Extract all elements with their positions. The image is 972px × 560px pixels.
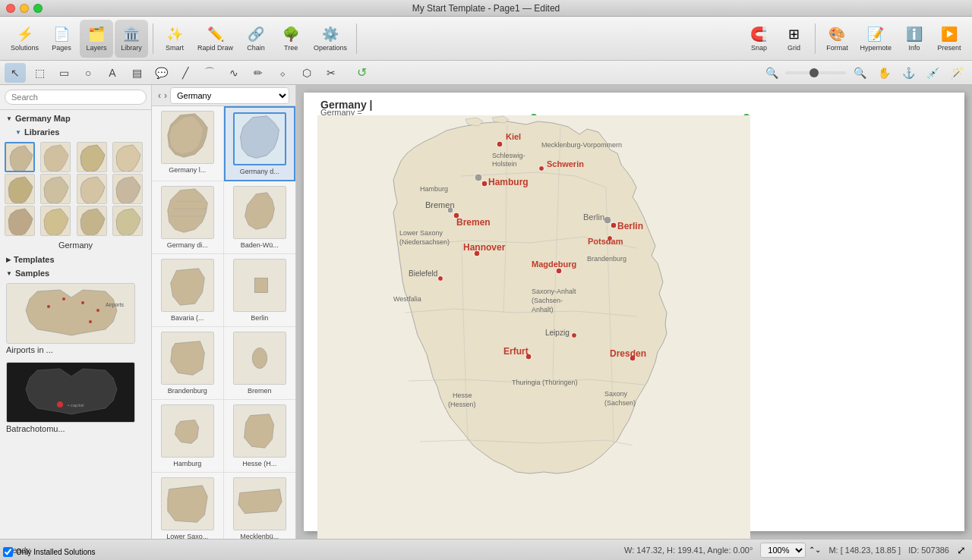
solutions-label: Solutions [11, 44, 39, 52]
pages-button[interactable]: 📄 Pages [45, 20, 78, 58]
zoom-out-btn[interactable]: 🔍 [761, 63, 782, 83]
library-breadcrumb[interactable]: Germany [170, 87, 289, 104]
close-button[interactable] [6, 4, 15, 13]
pencil-tool[interactable]: ✏ [248, 63, 269, 83]
circle-tool[interactable]: ○ [77, 63, 99, 83]
solutions-button[interactable]: ⚡ Solutions [6, 20, 43, 58]
svg-point-51 [556, 268, 562, 274]
info-button[interactable]: ℹ️ Info [898, 20, 931, 58]
lib-thumb-9 [161, 404, 214, 458]
lib-item-bavaria[interactable]: Bavaria (... [152, 254, 224, 327]
path-tool[interactable]: ⬦ [272, 63, 293, 83]
lib-item-germany-l[interactable]: Germany l... [152, 106, 224, 181]
anchor-tool[interactable]: ⚓ [898, 63, 919, 83]
snap-button[interactable]: 🧲 Snap [742, 20, 775, 58]
thumb-10[interactable] [40, 206, 71, 236]
library-back-arrow[interactable]: ‹ [158, 90, 161, 101]
text-box-tool[interactable]: ▤ [126, 63, 147, 83]
svg-point-13 [47, 305, 50, 308]
callout-tool[interactable]: 💬 [150, 63, 172, 83]
hypernote-button[interactable]: 📝 Hypernote [855, 20, 896, 58]
sample-batrachotomu[interactable]: • capital Batrachotomu... [0, 359, 151, 438]
chain-icon: 🔗 [248, 26, 264, 42]
lib-thumb-11 [161, 477, 214, 530]
templates-header[interactable]: ▶ Templates [0, 253, 151, 266]
operations-button[interactable]: ⚙️ Operations [309, 20, 352, 58]
lib-label-11: Lower Saxo... [166, 533, 208, 539]
thumb-8[interactable] [112, 174, 143, 204]
minimize-button[interactable] [20, 4, 29, 13]
germany-thumb-label: Germany [0, 239, 151, 251]
lib-item-mecklenburg[interactable]: Mecklenbü... [224, 473, 296, 539]
lib-item-bremen[interactable]: Bremen [224, 327, 296, 400]
libraries-header[interactable]: ▼ Libraries [0, 125, 151, 139]
select-tool[interactable]: ↖ [5, 63, 26, 83]
thumb-12[interactable] [112, 206, 143, 236]
thumb-1[interactable] [5, 142, 35, 172]
lib-item-berlin[interactable]: Berlin [224, 254, 296, 327]
poly-tool[interactable]: ⬡ [296, 63, 317, 83]
sample-airports[interactable]: Airports Airports in ... [0, 280, 151, 359]
zoom-slider[interactable] [785, 71, 846, 74]
thumb-9[interactable] [5, 206, 35, 236]
lib-item-germany-di[interactable]: Germany di... [152, 181, 224, 254]
tree-button[interactable]: 🌳 Tree [274, 20, 308, 58]
rapid-draw-button[interactable]: ✏️ Rapid Draw [193, 20, 238, 58]
line-tool[interactable]: ╱ [175, 63, 196, 83]
magic-tool[interactable]: 🪄 [946, 63, 967, 83]
layers-button[interactable]: 🗂️ Layers [80, 20, 113, 58]
library-forward-arrow[interactable]: › [164, 90, 167, 101]
germany-map-header[interactable]: ▼ Germany Map [0, 112, 151, 125]
thumb-2[interactable] [40, 142, 71, 172]
svg-text:Bielefeld: Bielefeld [409, 269, 437, 278]
present-button[interactable]: ▶️ Present [933, 20, 966, 58]
lib-label-4: Baden-Wü... [241, 241, 279, 249]
airports-label: Airports in ... [6, 344, 145, 356]
clip-tool[interactable]: ✂ [320, 63, 342, 83]
lib-item-lower-saxony[interactable]: Lower Saxo... [152, 473, 224, 539]
zoom-dropdown[interactable]: 100% [760, 543, 806, 558]
text-tool[interactable]: A [102, 63, 123, 83]
chain-button[interactable]: 🔗 Chain [239, 20, 273, 58]
format-button[interactable]: 🎨 Format [820, 20, 854, 58]
info-icon: ℹ️ [906, 26, 923, 42]
maximize-button[interactable] [33, 4, 43, 13]
thumb-6[interactable] [40, 174, 71, 204]
svg-text:(Sachsen-: (Sachsen- [532, 297, 563, 304]
search-input[interactable] [5, 90, 147, 105]
grid-button[interactable]: ⊞ Grid [777, 20, 810, 58]
lib-item-brandenburg[interactable]: Brandenburg [152, 327, 224, 400]
thumb-4[interactable] [112, 142, 143, 172]
curve-tool[interactable]: ∿ [223, 63, 245, 83]
arc-tool[interactable]: ⌒ [199, 63, 220, 83]
lib-item-hamburg[interactable]: Hamburg [152, 400, 224, 473]
svg-point-50 [438, 276, 443, 282]
lib-item-badenwu[interactable]: Baden-Wü... [224, 181, 296, 254]
lib-item-hesse[interactable]: Hesse (H... [224, 400, 296, 473]
thumb-3[interactable] [77, 142, 107, 172]
lib-label-6: Berlin [251, 314, 268, 322]
grid-label: Grid [787, 44, 800, 52]
thumb-7[interactable] [77, 174, 107, 204]
svg-text:Thuringia (Thüringen): Thuringia (Thüringen) [512, 379, 578, 386]
toolbar-sep-2 [356, 24, 357, 54]
zoom-in-btn[interactable]: 🔍 [849, 63, 870, 83]
svg-point-52 [572, 333, 577, 338]
thumb-11[interactable] [77, 206, 107, 236]
eyedropper-tool[interactable]: 💉 [922, 63, 943, 83]
smart-button[interactable]: ✨ Smart [158, 20, 191, 58]
rect-tool[interactable]: ▭ [53, 63, 74, 83]
thumb-5[interactable] [5, 174, 35, 204]
lib-thumb-6 [233, 259, 286, 312]
samples-header[interactable]: ▼ Samples [0, 266, 151, 280]
hand-tool[interactable]: ✋ [873, 63, 895, 83]
germany-map[interactable]: Kiel Hamburg Schwerin Bremen Bremen Hann… [317, 115, 750, 539]
lib-label-5: Bavaria (... [171, 314, 204, 322]
svg-text:Magdeburg: Magdeburg [532, 260, 576, 269]
expand-icon[interactable]: ⤢ [957, 544, 966, 556]
toolbar-sep-1 [153, 24, 153, 54]
library-button[interactable]: 🏛️ Library [115, 20, 148, 58]
select-box-tool[interactable]: ⬚ [29, 63, 50, 83]
lib-item-germany-d[interactable]: Germany d... [224, 106, 296, 181]
svg-text:Mecklenburg-Vorpommern: Mecklenburg-Vorpommern [541, 141, 622, 149]
